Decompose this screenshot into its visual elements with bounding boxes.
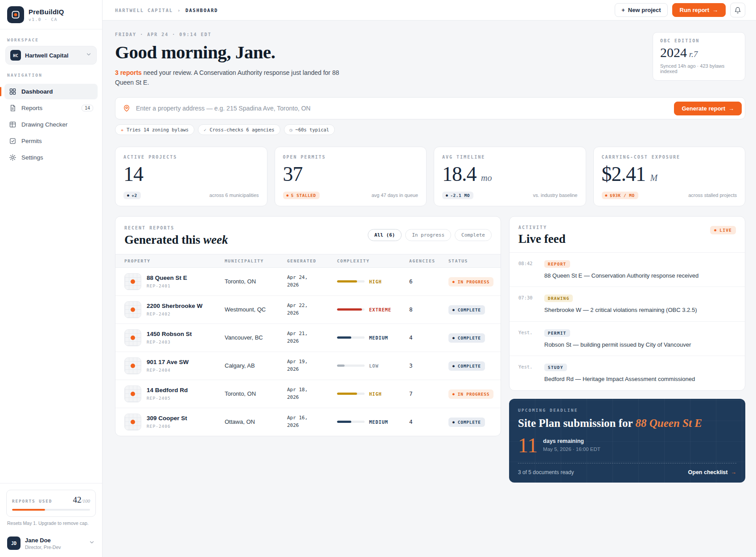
- filter-all[interactable]: All (6): [368, 229, 402, 241]
- filter-in-progress[interactable]: In progress: [405, 229, 451, 241]
- stat-cards: ACTIVE PROJECTS 14 ●+2 across 6 municipa…: [115, 147, 745, 206]
- usage-label: REPORTS USED: [12, 499, 52, 504]
- status-badge: ●IN PROGRESS: [448, 277, 493, 287]
- live-badge: ●LIVE: [710, 226, 736, 234]
- complexity-meter: MEDIUM: [337, 419, 409, 425]
- reports-eyebrow: RECENT REPORTS: [124, 225, 228, 230]
- notifications-button[interactable]: [730, 3, 745, 17]
- complexity-meter: EXTREME: [337, 307, 409, 312]
- arrow-right-icon: →: [731, 469, 737, 475]
- reports-title: Generated this week: [124, 233, 228, 247]
- table-header: PROPERTY MUNICIPALITY GENERATED COMPLEXI…: [115, 254, 501, 268]
- feed-item[interactable]: Yest. PERMITRobson St — building permit …: [509, 322, 745, 356]
- reports-review-link[interactable]: 3 reports: [115, 69, 142, 76]
- table-row[interactable]: 901 17 Ave SWREP-2404 Calgary, AB Apr 19…: [115, 352, 501, 380]
- usage-value: 42: [73, 495, 81, 504]
- chevron-down-icon: [86, 51, 92, 59]
- stat-note: vs. industry baseline: [533, 192, 578, 198]
- breadcrumb-current: DASHBOARD: [185, 8, 218, 13]
- breadcrumb-workspace[interactable]: HARTWELL CAPITAL: [115, 8, 173, 13]
- avatar: JD: [7, 537, 21, 550]
- complexity-meter: HIGH: [337, 391, 409, 397]
- stat-value: 37: [283, 164, 419, 185]
- chip-zoning-bylaws[interactable]: ✳Tries 14 zoning bylaws: [115, 124, 194, 135]
- workspace-switcher[interactable]: HC Hartwell Capital: [5, 46, 97, 65]
- capability-chips: ✳Tries 14 zoning bylaws ✓Cross-checks 6 …: [115, 124, 745, 135]
- chip-cross-checks[interactable]: ✓Cross-checks 6 agencies: [198, 124, 280, 135]
- new-project-button[interactable]: + New project: [615, 3, 667, 17]
- status-badge: ●COMPLETE: [448, 361, 485, 371]
- address-input[interactable]: [136, 105, 674, 112]
- report-filters: All (6) In progress Complete: [368, 229, 492, 241]
- feed-item[interactable]: Yest. STUDYBedford Rd — Heritage Impact …: [509, 356, 745, 390]
- plus-icon: +: [621, 7, 625, 13]
- filter-complete[interactable]: Complete: [455, 229, 492, 241]
- site-plan-thumbnail: [124, 301, 141, 318]
- nav-label: Dashboard: [21, 88, 53, 95]
- usage-cap: /100: [81, 498, 90, 504]
- site-plan-thumbnail: [124, 385, 141, 402]
- live-feed-title: Live feed: [518, 232, 566, 246]
- workspace-name: Hartwell Capital: [25, 52, 82, 59]
- status-badge: ●IN PROGRESS: [448, 389, 493, 399]
- checkbox-icon: [9, 137, 16, 145]
- complexity-meter: MEDIUM: [337, 335, 409, 340]
- sidebar-item-dashboard[interactable]: Dashboard: [4, 84, 98, 99]
- brand-version: v1.0 · CA: [29, 17, 64, 22]
- stat-delta-badge: ●+2: [123, 192, 141, 199]
- table-row[interactable]: 309 Cooper StREP-2406 Ottawa, ON Apr 16,…: [115, 408, 501, 436]
- sidebar-item-drawing-checker[interactable]: Drawing Checker: [4, 117, 98, 132]
- sidebar-footer: REPORTS USED 42/100 Resets May 1. Upgrad…: [0, 483, 102, 530]
- clock-icon: ◷: [290, 127, 292, 132]
- feed-item[interactable]: 07:30 DRAWINGSherbrooke W — 2 critical v…: [509, 287, 745, 322]
- usage-progress-bar: [12, 509, 90, 511]
- complexity-meter: HIGH: [337, 279, 409, 284]
- sidebar-item-reports[interactable]: Reports 14: [4, 100, 98, 116]
- sidebar-item-settings[interactable]: Settings: [4, 150, 98, 165]
- feed-tag: REPORT: [544, 260, 570, 268]
- workspace-label: WORKSPACE: [7, 37, 95, 42]
- prebuildiq-logo-icon: [7, 6, 24, 23]
- brand: PreBuildIQ v1.0 · CA: [0, 0, 102, 29]
- stat-delta-badge: ●5 STALLED: [283, 192, 320, 199]
- dot-icon: ●: [714, 228, 717, 232]
- table-row[interactable]: 2200 Sherbrooke WREP-2402 Westmount, QC …: [115, 296, 501, 324]
- table-row[interactable]: 14 Bedford RdREP-2405 Toronto, ON Apr 18…: [115, 380, 501, 408]
- dashboard-icon: [9, 88, 16, 95]
- stat-carrying-cost: CARRYING-COST EXPOSURE $2.41 M ●$93K / M…: [593, 147, 746, 206]
- recent-reports-panel: RECENT REPORTS Generated this week All (…: [115, 216, 501, 436]
- sidebar-nav: Dashboard Reports 14 Drawing Checker Per…: [0, 83, 102, 166]
- complexity-meter: LOW: [337, 363, 409, 369]
- sidebar: PreBuildIQ v1.0 · CA WORKSPACE HC Hartwe…: [0, 0, 103, 557]
- site-plan-thumbnail: [124, 329, 141, 346]
- check-icon: ✓: [204, 127, 206, 132]
- table-row[interactable]: 1450 Robson StREP-2403 Vancouver, BC Apr…: [115, 324, 501, 352]
- feed-tag: DRAWING: [544, 295, 573, 302]
- usage-note: Resets May 1. Upgrade to remove cap.: [7, 520, 95, 526]
- map-pin-icon: [123, 104, 131, 112]
- breadcrumb: HARTWELL CAPITAL › DASHBOARD: [115, 8, 218, 13]
- nav-label: Reports: [21, 105, 42, 111]
- user-menu[interactable]: JD Jane Doe Director, Pre-Dev: [0, 530, 102, 557]
- stat-open-permits: OPEN PERMITS 37 ●5 STALLED avg 47 days i…: [275, 147, 427, 206]
- open-checklist-link[interactable]: Open checklist→: [688, 469, 736, 475]
- run-report-button[interactable]: Run report →: [672, 3, 726, 17]
- feed-tag: PERMIT: [544, 329, 570, 337]
- sidebar-item-permits[interactable]: Permits: [4, 133, 98, 149]
- gear-icon: [9, 154, 16, 161]
- live-feed-panel: ACTIVITY Live feed ●LIVE 08:42 REPORT88 …: [509, 216, 745, 391]
- stat-note: avg 47 days in queue: [371, 192, 418, 198]
- stat-delta-badge: ●$93K / MO: [602, 192, 638, 199]
- table-row[interactable]: 88 Queen St EREP-2401 Toronto, ON Apr 24…: [115, 268, 501, 296]
- obc-edition-card: OBC EDITION 2024 r.7 Synced 14h ago · 42…: [653, 32, 745, 81]
- feed-item[interactable]: 08:42 REPORT88 Queen St E — Conservation…: [509, 253, 745, 287]
- generate-report-button[interactable]: Generate report →: [674, 102, 742, 115]
- document-icon: [9, 104, 16, 112]
- address-search-bar: Generate report →: [115, 97, 745, 119]
- chip-speed[interactable]: ◷~60s typical: [284, 124, 335, 135]
- dot-icon: ●: [287, 193, 289, 197]
- stat-value: 14: [123, 164, 259, 185]
- reports-count-badge: 14: [82, 105, 93, 111]
- site-plan-thumbnail: [124, 357, 141, 374]
- chevron-down-icon: [89, 539, 95, 547]
